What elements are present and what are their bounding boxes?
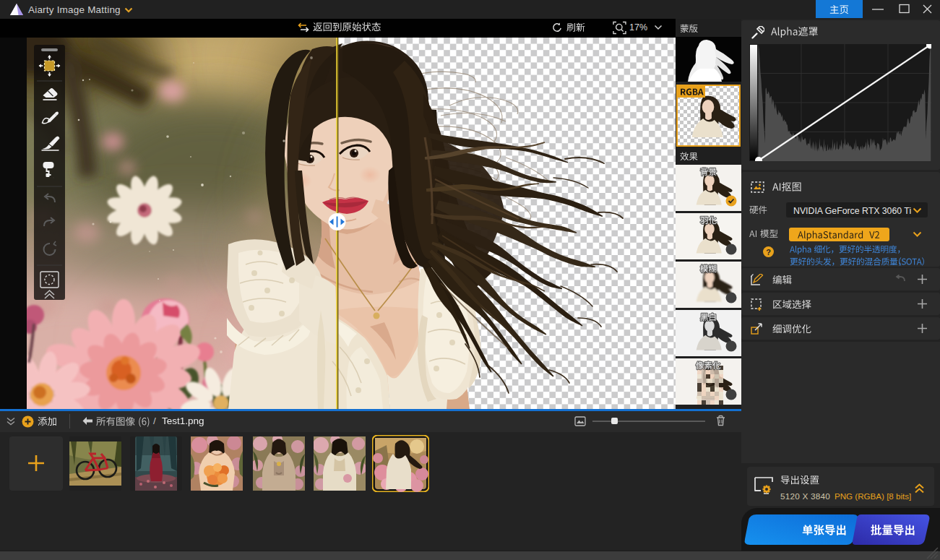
svg-text:?: ? [766, 248, 771, 257]
